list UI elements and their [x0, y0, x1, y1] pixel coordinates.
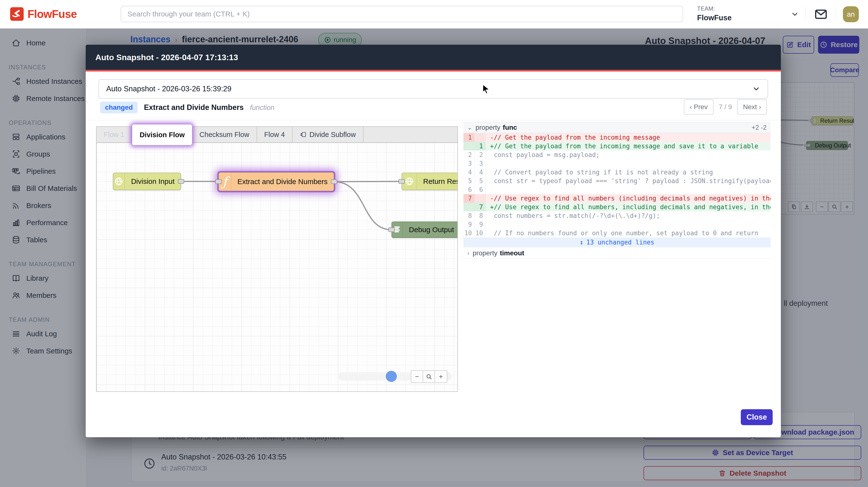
search-input[interactable] — [121, 6, 683, 22]
old-line-number: 7 — [463, 194, 474, 203]
diff-stats: +2 -2 — [752, 124, 767, 132]
flowfuse-logo[interactable]: FlowFuse — [10, 7, 77, 21]
property-timeout-header[interactable]: › property timeout — [463, 248, 771, 259]
old-line-number: 6 — [463, 185, 474, 194]
diff-row-add: 7+// Use regex to find all numbers, incl… — [463, 203, 771, 211]
diff-row-ctx: 66 — [463, 185, 771, 194]
code-line: -// Get the payload from the incoming me… — [486, 133, 771, 142]
new-line-number: 7 — [474, 203, 486, 211]
dialog-header: Auto Snapshot - 2026-04-07 17:13:13 — [86, 45, 781, 70]
diff-row-del: 7-// Use regex to find all numbers (incl… — [463, 194, 771, 203]
next-change-button[interactable]: Next › — [737, 99, 767, 115]
team-name: FlowFuse — [697, 13, 732, 22]
dialog-title: Auto Snapshot - 2026-04-07 17:13:13 — [95, 53, 238, 62]
chevron-down-icon[interactable] — [791, 10, 799, 18]
new-line-number: 8 — [474, 211, 486, 220]
tab-flow-1[interactable]: Flow 1 — [97, 127, 132, 142]
dialog-divider — [86, 120, 781, 120]
code-line: const numbers = str.match(/-?\d+(\.\d+)?… — [486, 211, 771, 220]
mouse-cursor — [480, 83, 491, 94]
avatar[interactable]: an — [843, 6, 859, 22]
output-port — [331, 179, 337, 184]
diff-row-del: 1-// Get the payload from the incoming m… — [463, 133, 771, 142]
brand-name: FlowFuse — [28, 7, 77, 21]
old-line-number: 8 — [463, 211, 474, 220]
new-line-number: 1 — [474, 142, 486, 150]
zoom-plus-button[interactable]: + — [435, 371, 447, 382]
new-line-number: 2 — [474, 150, 486, 159]
flow-node-return-result[interactable]: Return Result — [402, 173, 458, 190]
team-label: TEAM: — [697, 5, 732, 12]
zoom-minus-button[interactable]: − — [411, 371, 423, 382]
input-port — [215, 179, 222, 184]
changed-node-name: Extract and Divide Numbers — [144, 103, 244, 112]
diff-row-add: 1+// Get the payload from the incoming m… — [463, 142, 771, 150]
flow-node-extract-and-divide-numbers[interactable]: ƒExtract and Divide Numbers — [218, 172, 334, 191]
diff-table: 1-// Get the payload from the incoming m… — [463, 133, 771, 247]
old-line-number: 2 — [463, 150, 474, 159]
compare-snapshot-select[interactable]: Auto Snapshot - 2026-03-26 15:39:29 — [98, 79, 768, 98]
chevron-expanded-icon: ⌄ — [467, 124, 472, 131]
flow-node-debug-output[interactable]: Debug Output — [392, 222, 458, 238]
diff-row-ctx: 44 // Convert payload to string if it is… — [463, 168, 771, 177]
diff-row-ctx: 55 const str = typeof payload === 'strin… — [463, 177, 771, 185]
canvas-zoom-controls: −+ — [411, 370, 447, 383]
new-line-number — [474, 194, 486, 203]
changed-badge: changed — [100, 102, 137, 113]
old-line-number — [463, 203, 474, 211]
nav-divider — [836, 7, 836, 21]
selected-snapshot: Auto Snapshot - 2026-03-26 15:39:29 — [106, 85, 231, 93]
close-button[interactable]: Close — [741, 409, 773, 425]
property-func-header[interactable]: ⌄ property func +2 -2 — [463, 122, 771, 133]
prev-change-button[interactable]: ‹ Prev — [684, 99, 714, 115]
old-line-number: 10 — [463, 229, 474, 237]
tab-divide-subflow[interactable]: Divide Subflow — [292, 127, 364, 142]
diff-row-ctx: 22 const payload = msg.payload; — [463, 150, 771, 159]
flow-canvas[interactable]: Division InputƒExtract and Divide Number… — [96, 142, 458, 392]
unchanged-lines-expander[interactable]: ↕13 unchanged lines — [463, 237, 771, 247]
diff-row-ctx: 99 — [463, 220, 771, 229]
input-port — [389, 228, 395, 232]
property-name: func — [503, 124, 517, 132]
new-line-number: 4 — [474, 168, 486, 177]
tab-checksum-flow[interactable]: Checksum Flow — [192, 127, 257, 142]
tab-division-flow[interactable]: Division Flow — [132, 124, 192, 145]
unfold-icon: ↕ — [580, 239, 583, 246]
old-line-number: 5 — [463, 177, 474, 185]
snapshot-compare-dialog: Auto Snapshot - 2026-04-07 17:13:13 Auto… — [86, 45, 781, 437]
flow-tabs: Flow 1Division FlowChecksum FlowFlow 4Di… — [96, 126, 458, 142]
globe-icon — [113, 173, 125, 190]
new-line-number: 10 — [474, 229, 486, 237]
flowfuse-logo-icon — [10, 7, 24, 21]
diff-row-ctx: 33 — [463, 159, 771, 168]
tab-flow-4[interactable]: Flow 4 — [257, 127, 292, 142]
new-line-number — [474, 133, 486, 142]
change-counter: 7 / 9 — [719, 103, 732, 111]
code-line: -// Use regex to find all numbers (inclu… — [486, 194, 771, 203]
code-line: const payload = msg.payload; — [486, 150, 771, 159]
old-line-number: 3 — [463, 159, 474, 168]
change-summary: changed Extract and Divide Numbers funct… — [100, 102, 274, 113]
output-port — [178, 179, 184, 184]
code-line: // Convert payload to string if it is no… — [486, 168, 771, 177]
new-line-number: 6 — [474, 185, 486, 194]
flow-node-division-input[interactable]: Division Input — [113, 173, 181, 190]
code-line: // If no numbers found or only one numbe… — [486, 229, 771, 237]
new-line-number: 3 — [474, 159, 486, 168]
chevron-down-icon — [752, 85, 761, 93]
chevron-collapsed-icon: › — [467, 250, 469, 257]
input-port — [399, 179, 405, 184]
code-line — [486, 220, 771, 229]
code-line: +// Get the payload from the incoming me… — [486, 142, 771, 150]
code-line — [486, 185, 771, 194]
top-nav: FlowFuse TEAM: FlowFuse an — [0, 0, 868, 29]
zoom-slider-thumb[interactable] — [386, 371, 397, 382]
zoom-magnifier-button[interactable] — [423, 371, 435, 382]
property-word: property — [475, 124, 500, 132]
code-line — [486, 159, 771, 168]
diff-pane: ⌄ property func +2 -2 1-// Get the paylo… — [463, 122, 771, 259]
mail-icon[interactable] — [814, 7, 828, 21]
team-selector[interactable]: TEAM: FlowFuse — [697, 5, 732, 22]
close-label: Close — [747, 413, 767, 422]
change-pager: ‹ Prev 7 / 9 Next › — [684, 99, 767, 115]
